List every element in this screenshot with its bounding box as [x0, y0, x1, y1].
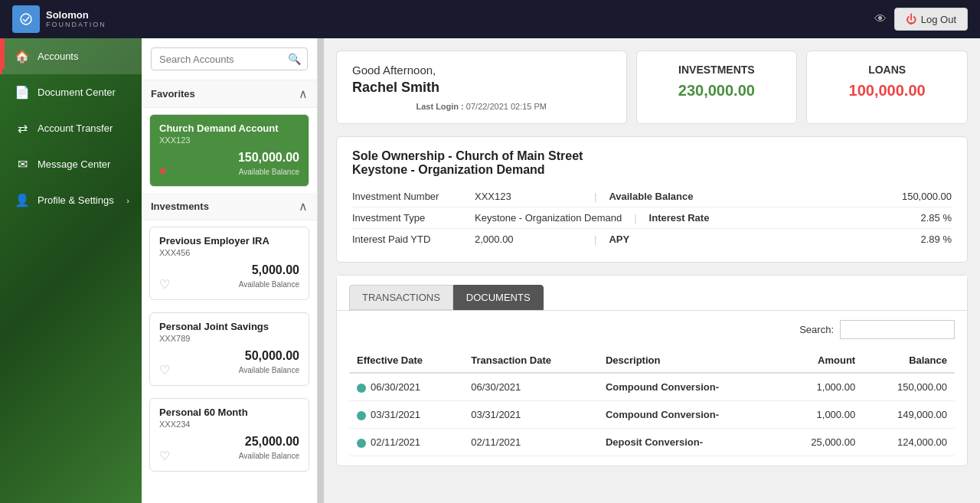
account-detail-title: Sole Ownership - Church of Main Street K… — [352, 149, 952, 177]
investments-summary-card: INVESTMENTS 230,000.00 — [636, 51, 798, 124]
cell-effective-date: 03/31/2021 — [349, 401, 463, 429]
table-search-row: Search: — [349, 320, 955, 339]
table-row: 03/31/2021 03/31/2021 Compound Conversio… — [349, 401, 955, 429]
account-detail: Sole Ownership - Church of Main Street K… — [336, 136, 968, 263]
panel-divider — [318, 38, 324, 503]
favorite-account-card[interactable]: Church Demand Account XXX123 150,000.00 … — [149, 114, 309, 187]
cell-description: Compound Conversion- — [598, 401, 779, 429]
investments-section-header[interactable]: Investments ∧ — [142, 193, 317, 220]
message-icon: ✉ — [15, 157, 30, 171]
topbar: Solomon FOUNDATION 👁 ⏻ Log Out — [0, 0, 980, 38]
favorites-section-header[interactable]: Favorites ∧ — [142, 80, 317, 108]
topbar-right: 👁 ⏻ Log Out — [874, 8, 968, 31]
investment-card-0[interactable]: Previous Employer IRA XXX456 5,000.00 ♡ … — [149, 227, 309, 300]
tabs-wrap: TRANSACTIONS DOCUMENTS — [337, 276, 967, 311]
search-bar: 🔍 — [142, 38, 317, 80]
cell-effective-date: 06/30/2021 — [349, 373, 463, 401]
account-panel: 🔍 Favorites ∧ Church Demand Account XXX1… — [142, 38, 318, 503]
table-header: Effective Date Transaction Date Descript… — [349, 348, 955, 373]
search-input[interactable] — [159, 54, 288, 65]
detail-row-investment-type: Investment Type Keystone - Organization … — [352, 207, 952, 229]
logo-icon — [12, 5, 40, 33]
home-icon: 🏠 — [15, 49, 30, 64]
main-layout: 🏠 Accounts 📄 Document Center ⇄ Account T… — [0, 38, 980, 503]
cell-amount: 1,000.00 — [779, 373, 864, 401]
sidebar-item-message-center[interactable]: ✉ Message Center — [0, 146, 142, 182]
tab-content: Search: Effective Date Transaction Date … — [337, 311, 967, 465]
heart-empty-icon-1[interactable]: ♡ — [159, 363, 170, 377]
investment-card-1[interactable]: Personal Joint Savings XXX789 50,000.00 … — [149, 312, 309, 386]
transfer-icon: ⇄ — [15, 121, 30, 136]
table-search-input[interactable] — [840, 320, 955, 339]
transactions-body: 06/30/2021 06/30/2021 Compound Conversio… — [349, 373, 955, 456]
detail-row-investment-number: Investment Number XXX123 | Available Bal… — [352, 186, 952, 207]
transactions-table: Effective Date Transaction Date Descript… — [349, 348, 955, 456]
document-icon: 📄 — [15, 85, 30, 100]
cell-description: Deposit Conversion- — [598, 429, 779, 456]
col-description: Description — [598, 348, 779, 373]
main-content: Good Afternoon, Rachel Smith Last Login … — [324, 38, 980, 503]
cell-amount: 25,000.00 — [779, 429, 864, 456]
welcome-card: Good Afternoon, Rachel Smith Last Login … — [336, 51, 627, 124]
power-icon: ⏻ — [906, 13, 916, 25]
sidebar-bg: 🏠 Accounts 📄 Document Center ⇄ Account T… — [0, 38, 142, 503]
cell-amount: 1,000.00 — [779, 401, 864, 429]
col-effective-date: Effective Date — [349, 348, 463, 373]
chevron-up-icon: ∧ — [299, 87, 308, 101]
heart-filled-icon[interactable]: ♥ — [159, 165, 167, 178]
tab-documents[interactable]: DOCUMENTS — [453, 285, 544, 310]
cell-description: Compound Conversion- — [598, 373, 779, 401]
last-login: Last Login : 07/22/2021 02:15 PM — [352, 102, 611, 111]
content-area: 🔍 Favorites ∧ Church Demand Account XXX1… — [142, 38, 980, 503]
logo: Solomon FOUNDATION — [12, 5, 106, 33]
table-row: 02/11/2021 02/11/2021 Deposit Conversion… — [349, 429, 955, 456]
cell-balance: 149,000.00 — [863, 401, 955, 429]
sidebar-item-account-transfer[interactable]: ⇄ Account Transfer — [0, 110, 142, 146]
search-input-wrap: 🔍 — [151, 47, 308, 70]
investment-card-2[interactable]: Personal 60 Month XXX234 25,000.00 ♡ Ava… — [149, 398, 309, 472]
sidebar-item-profile-settings[interactable]: 👤 Profile & Settings › — [0, 182, 142, 218]
welcome-cards: Good Afternoon, Rachel Smith Last Login … — [336, 51, 968, 124]
cell-balance: 150,000.00 — [863, 373, 955, 401]
heart-empty-icon-0[interactable]: ♡ — [159, 277, 170, 292]
sidebar-item-document-center[interactable]: 📄 Document Center — [0, 74, 142, 110]
sidebar: 🏠 Accounts 📄 Document Center ⇄ Account T… — [0, 38, 142, 503]
profile-icon: 👤 — [15, 193, 30, 207]
tab-transactions[interactable]: TRANSACTIONS — [349, 285, 453, 310]
logo-text: Solomon FOUNDATION — [46, 9, 106, 29]
logout-button[interactable]: ⏻ Log Out — [894, 8, 968, 31]
transactions-section: TRANSACTIONS DOCUMENTS Search: Effe — [336, 275, 968, 466]
loans-summary-card: LOANS 100,000.00 — [806, 51, 968, 124]
cell-balance: 124,000.00 — [863, 429, 955, 456]
sidebar-item-accounts[interactable]: 🏠 Accounts — [0, 38, 142, 74]
col-transaction-date: Transaction Date — [463, 348, 598, 373]
cell-effective-date: 02/11/2021 — [349, 429, 463, 456]
chevron-up-icon-2: ∧ — [299, 199, 308, 214]
table-row: 06/30/2021 06/30/2021 Compound Conversio… — [349, 373, 955, 401]
detail-row-interest-paid: Interest Paid YTD 2,000.00 | APY 2.89 % — [352, 229, 952, 250]
cell-transaction-date: 02/11/2021 — [463, 429, 598, 456]
cell-transaction-date: 03/31/2021 — [463, 401, 598, 429]
search-icon[interactable]: 🔍 — [288, 53, 301, 65]
visibility-icon[interactable]: 👁 — [874, 12, 887, 26]
chevron-right-icon: › — [126, 196, 129, 205]
active-indicator — [2, 38, 5, 69]
col-balance: Balance — [863, 348, 955, 373]
heart-empty-icon-2[interactable]: ♡ — [159, 449, 170, 463]
cell-transaction-date: 06/30/2021 — [463, 373, 598, 401]
col-amount: Amount — [779, 348, 864, 373]
